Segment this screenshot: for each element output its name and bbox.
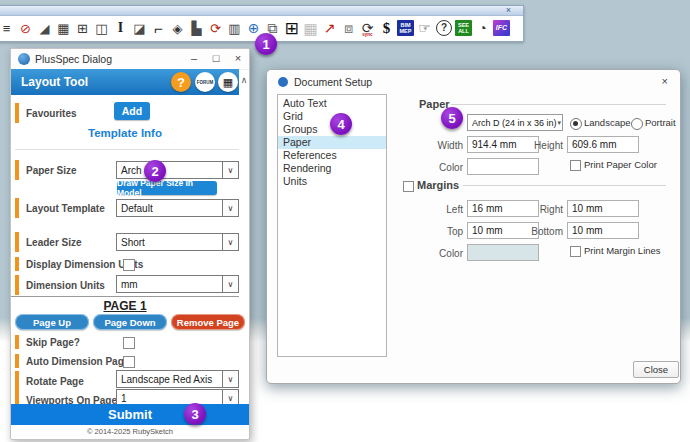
page-down-button[interactable]: Page Down (93, 314, 167, 330)
layers-icon[interactable]: ≡ (0, 17, 16, 39)
hand-pointer-icon[interactable]: ☞ (415, 17, 434, 39)
orange-accent-bar (15, 354, 19, 368)
plusspec-titlebar[interactable]: PlusSpec Dialog – □ × (11, 49, 249, 70)
dimension-pencil-icon[interactable]: ⊘ (16, 17, 35, 39)
sync-icon[interactable]: ⟳sync (358, 17, 377, 39)
window-grid-icon[interactable]: ⊞ (282, 17, 301, 39)
toolbar-titlebar[interactable]: × (0, 6, 523, 16)
nav-item-auto-text[interactable]: Auto Text (278, 97, 386, 110)
forum-button[interactable]: FORUM (195, 72, 215, 92)
margin-right-label: Right (519, 204, 563, 215)
nav-item-units[interactable]: Units (278, 175, 386, 188)
scroll-up-arrow[interactable]: ∧ (239, 75, 249, 85)
bim-mep-badge[interactable]: BIMMEP (397, 20, 414, 36)
print-margin-lines-checkbox[interactable] (570, 246, 581, 257)
layout-tool-title: Layout Tool (21, 75, 88, 89)
ifc-badge[interactable]: IFC (493, 20, 510, 36)
skip-page-checkbox[interactable] (123, 337, 135, 349)
roof-plane-icon[interactable]: ◢ (35, 17, 54, 39)
takeoff-runner-icon[interactable]: ↗ (320, 17, 339, 39)
step-badge-2: 2 (144, 160, 166, 182)
display-dim-units-checkbox[interactable] (123, 259, 135, 271)
qr-code-button[interactable]: ▦ (218, 72, 238, 92)
minimize-button[interactable]: – (185, 52, 203, 64)
landscape-radio[interactable] (570, 118, 582, 130)
close-button[interactable]: Close (633, 361, 679, 378)
margins-section-label: Margins (417, 179, 459, 191)
see-all-badge[interactable]: SEEALL (455, 20, 472, 36)
maximize-button[interactable]: □ (207, 52, 225, 64)
help-icon[interactable]: ? (436, 20, 452, 36)
add-button[interactable]: Add (114, 102, 150, 120)
help-button[interactable]: ? (171, 72, 191, 92)
margin-bottom-input[interactable]: 10 mm (567, 222, 639, 239)
cost-dollar-icon[interactable]: $ (377, 17, 396, 39)
paper-size-value: Arch D (117, 165, 222, 176)
leader-size-dropdown[interactable]: Short ∨ (116, 233, 239, 251)
rotate-page-label: Rotate Page (26, 376, 84, 387)
paper-size-dropdown[interactable]: Arch D ∨ (116, 161, 239, 179)
brick-wall-icon[interactable]: ▦ (54, 17, 73, 39)
ibeam-icon[interactable]: I (111, 17, 130, 39)
stopwatch-icon[interactable]: ◔ (473, 17, 492, 39)
calendar-clock-icon[interactable]: ▥ (225, 17, 244, 39)
cube-icon[interactable]: ◈ (168, 17, 187, 39)
margin-top-label: Top (419, 226, 463, 237)
margins-checkbox[interactable] (403, 181, 414, 192)
step-badge-1: 1 (255, 33, 277, 55)
paper-size-row: Paper Size (15, 160, 77, 180)
dropdown-arrow-icon: ∨ (222, 371, 238, 387)
dropdown-arrow-icon: ▾ (557, 119, 562, 127)
layout-template-dropdown[interactable]: Default ∨ (116, 199, 239, 217)
template-info-link[interactable]: Template Info (11, 127, 239, 139)
step-badge-5: 5 (441, 107, 463, 129)
orange-accent-bar (15, 103, 19, 123)
wall-corner-icon[interactable]: ⌐ (149, 17, 168, 39)
remove-page-button[interactable]: Remove Page (171, 314, 245, 330)
print-paper-color-checkbox[interactable] (570, 160, 581, 171)
print-paper-color-label: Print Paper Color (584, 159, 657, 170)
dropdown-arrow-icon: ∨ (222, 200, 238, 216)
stairs-icon[interactable]: ▙ (187, 17, 206, 39)
section-divider (11, 296, 239, 297)
rotate-page-row: Rotate Page (15, 371, 84, 391)
door-icon[interactable]: ◫ (92, 17, 111, 39)
dimension-units-dropdown[interactable]: mm ∨ (116, 275, 239, 293)
leader-size-label: Leader Size (26, 237, 82, 248)
margin-right-input[interactable]: 10 mm (567, 200, 639, 217)
document-setup-close-icon[interactable]: × (662, 75, 668, 87)
portrait-radio[interactable] (631, 118, 643, 130)
skip-page-row: Skip Page? (15, 335, 80, 349)
document-setup-titlebar[interactable]: Document Setup × (267, 70, 680, 94)
orange-accent-bar (15, 371, 19, 391)
orange-accent-bar (15, 198, 19, 218)
document-setup-dialog: Document Setup × Auto TextGridGroupsPape… (266, 69, 681, 384)
toolbar-close-icon[interactable]: × (506, 5, 511, 15)
rotate-page-dropdown[interactable]: Landscape Red Axis ∨ (116, 370, 239, 388)
margin-bottom-label: Bottom (519, 226, 563, 237)
grid-light-icon[interactable]: ▦ (301, 17, 320, 39)
window-icon[interactable]: ⊞ (73, 17, 92, 39)
submit-button[interactable]: Submit (11, 404, 249, 425)
page-up-button[interactable]: Page Up (15, 314, 89, 330)
step-badge-3: 3 (184, 403, 206, 425)
plusspec-app-icon (18, 53, 30, 65)
boxes-3d-icon[interactable]: ⧈ (339, 17, 358, 39)
paper-color-swatch[interactable] (467, 158, 539, 175)
section-rule (451, 104, 666, 105)
page-title: PAGE 1 (11, 299, 239, 313)
dimension-units-value: mm (117, 279, 222, 290)
orbit-camera-icon[interactable]: ⟳ (206, 17, 225, 39)
paper-size-select[interactable]: Arch D (24 in x 36 in) ▾ (467, 114, 563, 131)
draw-paper-size-button[interactable]: Draw Paper Size In Model (117, 181, 217, 195)
trowel-icon[interactable]: ◪ (130, 17, 149, 39)
portrait-label: Portrait (645, 117, 676, 128)
close-button[interactable]: × (229, 52, 247, 64)
auto-dimension-checkbox[interactable] (123, 356, 135, 368)
nav-item-references[interactable]: References (278, 149, 386, 162)
nav-item-paper[interactable]: Paper (278, 136, 386, 149)
height-input[interactable]: 609.6 mm (567, 136, 639, 153)
orange-accent-bar (15, 232, 19, 252)
nav-item-rendering[interactable]: Rendering (278, 162, 386, 175)
margin-color-swatch[interactable] (467, 244, 539, 261)
